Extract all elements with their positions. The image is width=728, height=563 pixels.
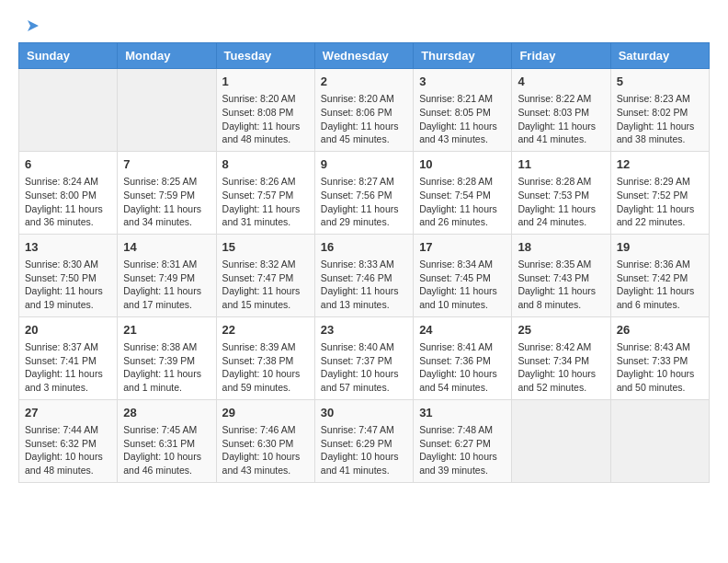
day-info: Sunrise: 7:44 AM Sunset: 6:32 PM Dayligh… (25, 423, 111, 477)
day-cell-12: 12Sunrise: 8:29 AM Sunset: 7:52 PM Dayli… (610, 151, 709, 234)
day-header-tuesday: Tuesday (216, 43, 314, 69)
day-cell-15: 15Sunrise: 8:32 AM Sunset: 7:47 PM Dayli… (216, 234, 314, 316)
day-number: 29 (222, 405, 309, 421)
empty-cell (19, 69, 118, 152)
week-row-0: 1Sunrise: 8:20 AM Sunset: 8:08 PM Daylig… (19, 69, 710, 152)
day-cell-27: 27Sunrise: 7:44 AM Sunset: 6:32 PM Dayli… (19, 399, 118, 482)
day-info: Sunrise: 8:36 AM Sunset: 7:42 PM Dayligh… (617, 258, 703, 312)
day-cell-30: 30Sunrise: 7:47 AM Sunset: 6:29 PM Dayli… (314, 399, 413, 482)
day-header-sunday: Sunday (19, 43, 118, 69)
day-cell-17: 17Sunrise: 8:34 AM Sunset: 7:45 PM Dayli… (414, 234, 512, 316)
day-cell-10: 10Sunrise: 8:28 AM Sunset: 7:54 PM Dayli… (414, 151, 512, 234)
empty-cell (610, 399, 709, 482)
day-cell-25: 25Sunrise: 8:42 AM Sunset: 7:34 PM Dayli… (512, 316, 610, 399)
logo (18, 18, 40, 33)
day-info: Sunrise: 8:24 AM Sunset: 8:00 PM Dayligh… (25, 175, 111, 229)
day-number: 4 (518, 74, 604, 90)
day-cell-5: 5Sunrise: 8:23 AM Sunset: 8:02 PM Daylig… (610, 69, 709, 152)
day-cell-20: 20Sunrise: 8:37 AM Sunset: 7:41 PM Dayli… (19, 316, 118, 399)
day-number: 2 (321, 74, 407, 90)
calendar-table: SundayMondayTuesdayWednesdayThursdayFrid… (18, 42, 710, 483)
day-cell-31: 31Sunrise: 7:48 AM Sunset: 6:27 PM Dayli… (414, 399, 512, 482)
day-cell-9: 9Sunrise: 8:27 AM Sunset: 7:56 PM Daylig… (314, 151, 413, 234)
day-cell-24: 24Sunrise: 8:41 AM Sunset: 7:36 PM Dayli… (414, 316, 512, 399)
day-number: 7 (123, 156, 210, 173)
day-number: 19 (617, 239, 703, 256)
day-cell-16: 16Sunrise: 8:33 AM Sunset: 7:46 PM Dayli… (314, 234, 413, 316)
day-number: 23 (321, 322, 407, 339)
day-cell-19: 19Sunrise: 8:36 AM Sunset: 7:42 PM Dayli… (610, 234, 709, 316)
day-number: 20 (25, 322, 111, 339)
week-row-4: 27Sunrise: 7:44 AM Sunset: 6:32 PM Dayli… (19, 399, 710, 482)
day-info: Sunrise: 8:21 AM Sunset: 8:05 PM Dayligh… (419, 92, 506, 146)
week-row-1: 6Sunrise: 8:24 AM Sunset: 8:00 PM Daylig… (19, 151, 710, 234)
day-number: 1 (222, 74, 309, 90)
day-info: Sunrise: 8:28 AM Sunset: 7:54 PM Dayligh… (419, 175, 506, 229)
day-info: Sunrise: 8:30 AM Sunset: 7:50 PM Dayligh… (25, 258, 111, 312)
day-info: Sunrise: 8:26 AM Sunset: 7:57 PM Dayligh… (222, 175, 309, 229)
day-info: Sunrise: 8:25 AM Sunset: 7:59 PM Dayligh… (123, 175, 210, 229)
day-info: Sunrise: 7:46 AM Sunset: 6:30 PM Dayligh… (222, 423, 309, 477)
logo-bird-icon (20, 17, 40, 37)
day-cell-4: 4Sunrise: 8:22 AM Sunset: 8:03 PM Daylig… (512, 69, 610, 152)
empty-cell (118, 69, 216, 152)
day-info: Sunrise: 7:47 AM Sunset: 6:29 PM Dayligh… (321, 423, 407, 477)
day-info: Sunrise: 8:22 AM Sunset: 8:03 PM Dayligh… (518, 92, 604, 146)
day-number: 21 (123, 322, 210, 339)
day-number: 31 (419, 405, 506, 421)
day-cell-21: 21Sunrise: 8:38 AM Sunset: 7:39 PM Dayli… (118, 316, 216, 399)
day-cell-7: 7Sunrise: 8:25 AM Sunset: 7:59 PM Daylig… (118, 151, 216, 234)
day-info: Sunrise: 7:45 AM Sunset: 6:31 PM Dayligh… (123, 423, 210, 477)
empty-cell (512, 399, 610, 482)
day-cell-2: 2Sunrise: 8:20 AM Sunset: 8:06 PM Daylig… (314, 69, 413, 152)
day-number: 27 (25, 405, 111, 421)
day-number: 10 (419, 156, 506, 173)
day-number: 12 (617, 156, 703, 173)
day-info: Sunrise: 8:39 AM Sunset: 7:38 PM Dayligh… (222, 340, 309, 395)
day-number: 5 (617, 74, 703, 90)
day-cell-14: 14Sunrise: 8:31 AM Sunset: 7:49 PM Dayli… (118, 234, 216, 316)
day-header-monday: Monday (118, 43, 216, 69)
day-info: Sunrise: 8:40 AM Sunset: 7:37 PM Dayligh… (321, 340, 407, 395)
day-cell-28: 28Sunrise: 7:45 AM Sunset: 6:31 PM Dayli… (118, 399, 216, 482)
day-info: Sunrise: 8:28 AM Sunset: 7:53 PM Dayligh… (518, 175, 604, 229)
day-cell-13: 13Sunrise: 8:30 AM Sunset: 7:50 PM Dayli… (19, 234, 118, 316)
day-info: Sunrise: 8:37 AM Sunset: 7:41 PM Dayligh… (25, 340, 111, 395)
day-cell-18: 18Sunrise: 8:35 AM Sunset: 7:43 PM Dayli… (512, 234, 610, 316)
day-number: 26 (617, 322, 703, 339)
day-info: Sunrise: 8:27 AM Sunset: 7:56 PM Dayligh… (321, 175, 407, 229)
day-number: 24 (419, 322, 506, 339)
days-header-row: SundayMondayTuesdayWednesdayThursdayFrid… (19, 43, 710, 69)
day-info: Sunrise: 8:38 AM Sunset: 7:39 PM Dayligh… (123, 340, 210, 395)
day-number: 13 (25, 239, 111, 256)
day-number: 30 (321, 405, 407, 421)
day-number: 9 (321, 156, 407, 173)
day-info: Sunrise: 8:23 AM Sunset: 8:02 PM Dayligh… (617, 92, 703, 146)
day-number: 25 (518, 322, 604, 339)
day-number: 8 (222, 156, 309, 173)
day-info: Sunrise: 8:34 AM Sunset: 7:45 PM Dayligh… (419, 258, 506, 312)
day-info: Sunrise: 8:35 AM Sunset: 7:43 PM Dayligh… (518, 258, 604, 312)
day-cell-1: 1Sunrise: 8:20 AM Sunset: 8:08 PM Daylig… (216, 69, 314, 152)
day-number: 22 (222, 322, 309, 339)
day-cell-8: 8Sunrise: 8:26 AM Sunset: 7:57 PM Daylig… (216, 151, 314, 234)
day-number: 6 (25, 156, 111, 173)
day-header-friday: Friday (512, 43, 610, 69)
day-number: 17 (419, 239, 506, 256)
day-number: 18 (518, 239, 604, 256)
day-number: 15 (222, 239, 309, 256)
day-info: Sunrise: 8:41 AM Sunset: 7:36 PM Dayligh… (419, 340, 506, 395)
day-info: Sunrise: 8:33 AM Sunset: 7:46 PM Dayligh… (321, 258, 407, 312)
page-header (18, 18, 710, 33)
week-row-3: 20Sunrise: 8:37 AM Sunset: 7:41 PM Dayli… (19, 316, 710, 399)
day-cell-22: 22Sunrise: 8:39 AM Sunset: 7:38 PM Dayli… (216, 316, 314, 399)
day-number: 14 (123, 239, 210, 256)
day-info: Sunrise: 8:29 AM Sunset: 7:52 PM Dayligh… (617, 175, 703, 229)
day-info: Sunrise: 8:43 AM Sunset: 7:33 PM Dayligh… (617, 340, 703, 395)
day-cell-23: 23Sunrise: 8:40 AM Sunset: 7:37 PM Dayli… (314, 316, 413, 399)
day-cell-26: 26Sunrise: 8:43 AM Sunset: 7:33 PM Dayli… (610, 316, 709, 399)
day-info: Sunrise: 8:20 AM Sunset: 8:06 PM Dayligh… (321, 92, 407, 146)
day-cell-3: 3Sunrise: 8:21 AM Sunset: 8:05 PM Daylig… (414, 69, 512, 152)
day-info: Sunrise: 8:32 AM Sunset: 7:47 PM Dayligh… (222, 258, 309, 312)
svg-marker-0 (28, 20, 39, 31)
